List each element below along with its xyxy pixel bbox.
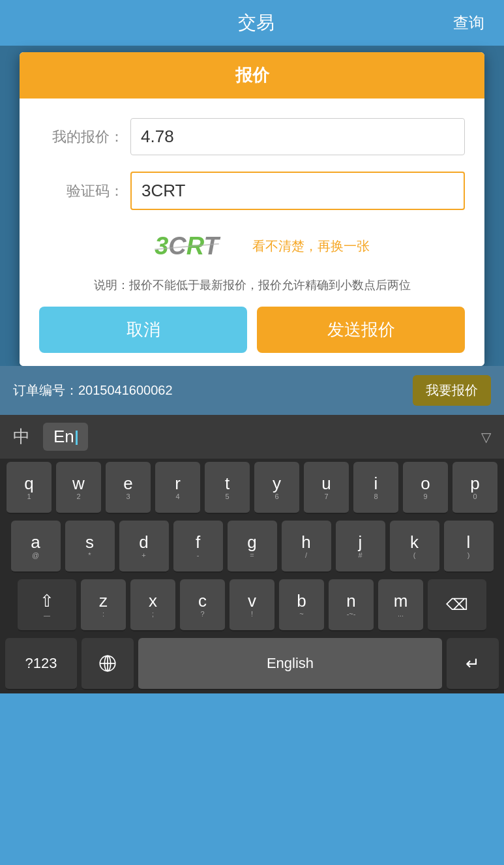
keyboard-dismiss-button[interactable]: ▽ (481, 429, 491, 445)
shift-key[interactable]: ⇧— (18, 579, 76, 631)
enter-key[interactable]: ↵ (447, 638, 499, 690)
ime-chinese-button[interactable]: 中 (13, 425, 30, 448)
globe-key[interactable] (82, 638, 134, 690)
notice-text: 说明：报价不能低于最新报价，报价允许精确到小数点后两位 (39, 277, 465, 294)
key-y[interactable]: y6 (254, 462, 299, 514)
space-key[interactable]: English (138, 638, 442, 690)
backspace-key[interactable]: ⌫ (428, 579, 486, 631)
keyboard-row-1: q1 w2 e3 r4 t5 y6 u7 i8 o9 p0 (0, 459, 504, 517)
key-s[interactable]: s* (65, 521, 115, 573)
button-row: 取消 发送报价 (39, 307, 465, 353)
keyboard-row-4: ?123 English ↵ (0, 635, 504, 693)
key-m[interactable]: m... (378, 579, 423, 631)
key-q[interactable]: q1 (7, 462, 52, 514)
code-input[interactable] (130, 172, 465, 210)
captcha-row: 3CRT 看不清楚，再换一张 (39, 226, 465, 266)
send-quote-button[interactable]: 发送报价 (257, 307, 465, 353)
key-x[interactable]: x; (130, 579, 175, 631)
bottom-bar: 订单编号：2015041600062 我要报价 (0, 366, 504, 415)
key-h[interactable]: h/ (282, 521, 331, 573)
dialog-header: 报价 (20, 52, 484, 99)
key-d[interactable]: d+ (119, 521, 169, 573)
key-w[interactable]: w2 (56, 462, 101, 514)
key-z[interactable]: z: (81, 579, 126, 631)
top-bar-title: 交易 (59, 10, 453, 35)
key-l[interactable]: l) (444, 521, 494, 573)
key-j[interactable]: j# (336, 521, 385, 573)
cancel-button[interactable]: 取消 (39, 307, 247, 353)
price-label: 我的报价： (39, 127, 124, 147)
keyboard-row-3: ⇧— z: x; c? v! b~ n-~- m... ⌫ (0, 576, 504, 635)
keyboard-row-2: a@ s* d+ f- g= h/ j# k( l) (0, 517, 504, 576)
code-field-row: 验证码： (39, 172, 465, 210)
modal-overlay: 报价 我的报价： 验证码： 3CRT 看不清 (0, 46, 504, 366)
captcha-image: 3CRT (135, 226, 239, 266)
my-quote-button[interactable]: 我要报价 (413, 375, 491, 406)
key-o[interactable]: o9 (403, 462, 448, 514)
captcha-text: 3CRT (155, 232, 219, 260)
key-p[interactable]: p0 (452, 462, 497, 514)
numbers-key[interactable]: ?123 (5, 638, 77, 690)
captcha-refresh-button[interactable]: 看不清楚，再换一张 (252, 237, 370, 255)
key-r[interactable]: r4 (155, 462, 200, 514)
key-i[interactable]: i8 (353, 462, 398, 514)
dialog: 报价 我的报价： 验证码： 3CRT 看不清 (20, 52, 484, 366)
key-f[interactable]: f- (173, 521, 223, 573)
dialog-title: 报价 (235, 65, 269, 85)
ime-bar: 中 En ▽ (0, 415, 504, 459)
price-input[interactable] (130, 118, 465, 155)
key-g[interactable]: g= (228, 521, 277, 573)
key-a[interactable]: a@ (11, 521, 61, 573)
key-u[interactable]: u7 (304, 462, 349, 514)
top-bar: 交易 查询 (0, 0, 504, 46)
dialog-body: 我的报价： 验证码： 3CRT 看不清楚，再换一张 说明：报价不能低于最新报价 (20, 99, 484, 366)
code-label: 验证码： (39, 181, 124, 201)
keyboard: 中 En ▽ q1 w2 e3 r4 t5 y6 u7 i8 o9 p0 a@ … (0, 415, 504, 693)
price-field-row: 我的报价： (39, 118, 465, 155)
key-b[interactable]: b~ (279, 579, 324, 631)
order-number: 订单编号：2015041600062 (13, 382, 173, 399)
key-k[interactable]: k( (390, 521, 439, 573)
key-v[interactable]: v! (230, 579, 274, 631)
key-e[interactable]: e3 (106, 462, 151, 514)
ime-english-button[interactable]: En (43, 423, 88, 451)
key-t[interactable]: t5 (205, 462, 250, 514)
key-c[interactable]: c? (180, 579, 225, 631)
key-n[interactable]: n-~- (329, 579, 374, 631)
query-button[interactable]: 查询 (453, 12, 484, 33)
